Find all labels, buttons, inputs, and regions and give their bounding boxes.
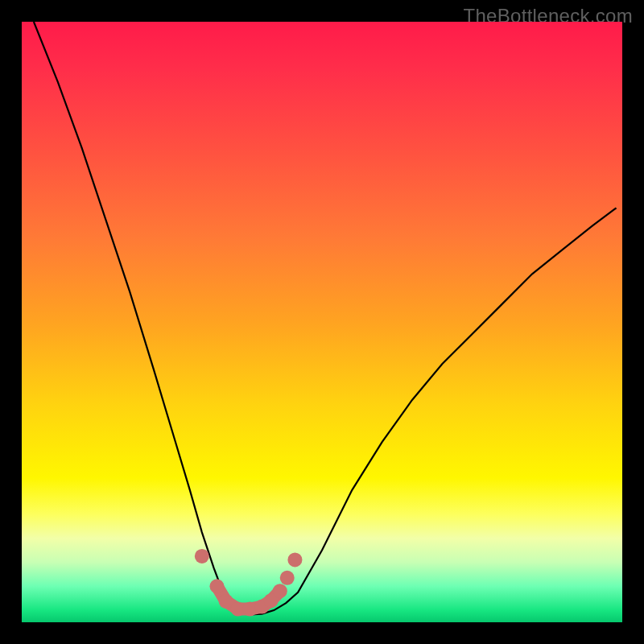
marker-dot [219,594,233,609]
marker-dot [209,579,224,593]
chart-plot-area [22,22,622,622]
outer-frame: TheBottleneck.com [0,0,644,644]
marker-dot [242,602,257,617]
marker-dot [195,549,209,564]
marker-dot [280,571,295,585]
marker-dot [287,552,302,567]
chart-overlay [22,22,622,622]
curve-line [34,22,617,614]
marker-dot [273,584,287,598]
